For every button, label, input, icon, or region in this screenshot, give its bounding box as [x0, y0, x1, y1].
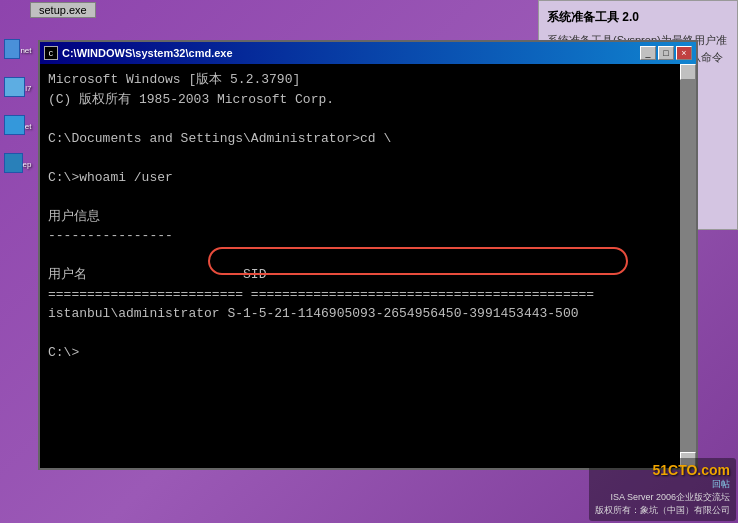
cmd-titlebar-buttons: _ □ × [640, 46, 692, 60]
cmd-icon: C [44, 46, 58, 60]
right-panel-title: 系统准备工具 2.0 [547, 9, 729, 26]
cmd-window[interactable]: C C:\WINDOWS\system32\cmd.exe _ □ × Micr… [38, 40, 698, 470]
top-bar: setup.exe [0, 0, 538, 22]
scroll-up-button[interactable]: ▲ [680, 64, 696, 80]
cmd-titlebar-left: C C:\WINDOWS\system32\cmd.exe [44, 46, 233, 60]
sidebar-icon-net[interactable]: net [4, 40, 32, 60]
scroll-track [680, 80, 696, 452]
watermark-area: 51CTO.com 回帖 ISA Server 2006企业版交流坛 版权所有：… [589, 458, 736, 521]
watermark-sub2: ISA Server 2006企业版交流坛 [595, 491, 730, 504]
watermark-sub1: 回帖 [595, 478, 730, 491]
cmd-scrollbar[interactable]: ▲ ▼ [680, 64, 696, 468]
watermark-sub3: 版权所有：象坑（中国）有限公司 [595, 504, 730, 517]
minimize-button[interactable]: _ [640, 46, 656, 60]
cmd-title: C:\WINDOWS\system32\cmd.exe [62, 47, 233, 59]
sidebar: net l7 et ep [0, 30, 35, 490]
maximize-button[interactable]: □ [658, 46, 674, 60]
setup-exe-tab[interactable]: setup.exe [30, 2, 96, 18]
cmd-content: Microsoft Windows [版本 5.2.3790] (C) 版权所有… [48, 70, 688, 363]
watermark-site: 51CTO.com [595, 462, 730, 478]
cmd-titlebar: C C:\WINDOWS\system32\cmd.exe _ □ × [40, 42, 696, 64]
sidebar-icon-ep[interactable]: ep [4, 154, 32, 174]
cmd-body: Microsoft Windows [版本 5.2.3790] (C) 版权所有… [40, 64, 696, 468]
close-button[interactable]: × [676, 46, 692, 60]
sidebar-icon-l7[interactable]: l7 [4, 78, 32, 98]
desktop: setup.exe 系统准备工具 2.0 系统准备工具(Sysprep)为最终用… [0, 0, 738, 523]
sidebar-icon-et[interactable]: et [4, 116, 32, 136]
